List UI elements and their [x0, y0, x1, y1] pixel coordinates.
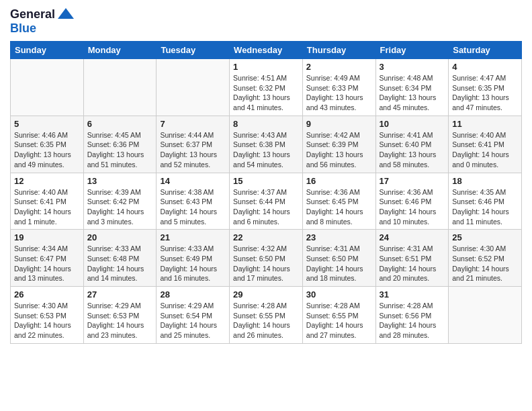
day-number: 26	[14, 289, 80, 300]
logo-general-text: General	[10, 7, 55, 21]
day-info: Sunrise: 4:28 AM Sunset: 6:56 PM Dayligh…	[380, 301, 445, 340]
calendar-cell: 25Sunrise: 4:30 AM Sunset: 6:52 PM Dayli…	[449, 230, 522, 287]
day-info: Sunrise: 4:43 AM Sunset: 6:38 PM Dayligh…	[233, 130, 299, 170]
day-number: 23	[306, 232, 372, 242]
calendar-cell: 5Sunrise: 4:46 AM Sunset: 6:35 PM Daylig…	[11, 116, 84, 173]
calendar-cell: 3Sunrise: 4:48 AM Sunset: 6:34 PM Daylig…	[375, 59, 449, 116]
day-info: Sunrise: 4:48 AM Sunset: 6:34 PM Dayligh…	[380, 73, 445, 113]
day-number: 8	[233, 119, 299, 129]
day-info: Sunrise: 4:28 AM Sunset: 6:55 PM Dayligh…	[233, 301, 299, 340]
weekday-header-tuesday: Tuesday	[157, 42, 230, 59]
day-number: 20	[87, 232, 153, 242]
day-number: 5	[14, 119, 80, 129]
day-number: 12	[14, 176, 80, 186]
weekday-header-row: SundayMondayTuesdayWednesdayThursdayFrid…	[11, 42, 522, 59]
day-number: 9	[306, 119, 372, 129]
day-info: Sunrise: 4:47 AM Sunset: 6:35 PM Dayligh…	[452, 73, 518, 113]
day-info: Sunrise: 4:35 AM Sunset: 6:46 PM Dayligh…	[452, 187, 518, 227]
calendar-cell: 31Sunrise: 4:28 AM Sunset: 6:56 PM Dayli…	[375, 287, 449, 344]
day-number: 27	[87, 289, 153, 300]
day-info: Sunrise: 4:31 AM Sunset: 6:51 PM Dayligh…	[380, 244, 445, 283]
day-number: 13	[87, 176, 153, 186]
calendar-cell: 10Sunrise: 4:41 AM Sunset: 6:40 PM Dayli…	[375, 116, 449, 173]
day-number: 11	[452, 119, 518, 129]
calendar-cell	[157, 59, 230, 116]
day-number: 10	[380, 119, 445, 129]
day-info: Sunrise: 4:33 AM Sunset: 6:49 PM Dayligh…	[160, 244, 226, 283]
logo-blue-text: Blue	[10, 21, 36, 35]
calendar-cell: 21Sunrise: 4:33 AM Sunset: 6:49 PM Dayli…	[157, 230, 230, 287]
calendar-cell: 8Sunrise: 4:43 AM Sunset: 6:38 PM Daylig…	[230, 116, 303, 173]
day-info: Sunrise: 4:38 AM Sunset: 6:43 PM Dayligh…	[160, 187, 226, 227]
day-info: Sunrise: 4:30 AM Sunset: 6:52 PM Dayligh…	[452, 244, 518, 283]
week-row-2: 5Sunrise: 4:46 AM Sunset: 6:35 PM Daylig…	[11, 116, 522, 173]
day-info: Sunrise: 4:28 AM Sunset: 6:55 PM Dayligh…	[306, 301, 372, 340]
day-number: 31	[380, 289, 445, 300]
calendar-cell: 23Sunrise: 4:31 AM Sunset: 6:50 PM Dayli…	[302, 230, 375, 287]
weekday-header-saturday: Saturday	[449, 42, 522, 59]
day-info: Sunrise: 4:42 AM Sunset: 6:39 PM Dayligh…	[306, 130, 372, 170]
day-number: 14	[160, 176, 226, 186]
calendar-cell: 19Sunrise: 4:34 AM Sunset: 6:47 PM Dayli…	[11, 230, 84, 287]
calendar-cell	[449, 287, 522, 344]
week-row-3: 12Sunrise: 4:40 AM Sunset: 6:41 PM Dayli…	[11, 173, 522, 230]
calendar-cell: 6Sunrise: 4:45 AM Sunset: 6:36 PM Daylig…	[83, 116, 157, 173]
calendar-cell	[11, 59, 84, 116]
calendar-cell: 15Sunrise: 4:37 AM Sunset: 6:44 PM Dayli…	[230, 173, 303, 230]
calendar-table: SundayMondayTuesdayWednesdayThursdayFrid…	[10, 41, 522, 344]
day-number: 29	[233, 289, 299, 300]
day-info: Sunrise: 4:29 AM Sunset: 6:53 PM Dayligh…	[87, 301, 153, 340]
calendar-cell: 7Sunrise: 4:44 AM Sunset: 6:37 PM Daylig…	[157, 116, 230, 173]
calendar-cell: 2Sunrise: 4:49 AM Sunset: 6:33 PM Daylig…	[302, 59, 375, 116]
day-number: 19	[14, 232, 80, 242]
day-number: 4	[452, 62, 518, 72]
weekday-header-monday: Monday	[83, 42, 157, 59]
calendar-cell: 18Sunrise: 4:35 AM Sunset: 6:46 PM Dayli…	[449, 173, 522, 230]
calendar-cell	[83, 59, 157, 116]
day-info: Sunrise: 4:40 AM Sunset: 6:41 PM Dayligh…	[452, 130, 518, 170]
day-info: Sunrise: 4:46 AM Sunset: 6:35 PM Dayligh…	[14, 130, 80, 170]
week-row-5: 26Sunrise: 4:30 AM Sunset: 6:53 PM Dayli…	[11, 287, 522, 344]
day-info: Sunrise: 4:51 AM Sunset: 6:32 PM Dayligh…	[233, 73, 299, 113]
calendar-cell: 4Sunrise: 4:47 AM Sunset: 6:35 PM Daylig…	[449, 59, 522, 116]
day-number: 24	[380, 232, 445, 242]
calendar-cell: 9Sunrise: 4:42 AM Sunset: 6:39 PM Daylig…	[302, 116, 375, 173]
calendar-cell: 24Sunrise: 4:31 AM Sunset: 6:51 PM Dayli…	[375, 230, 449, 287]
calendar-cell: 12Sunrise: 4:40 AM Sunset: 6:41 PM Dayli…	[11, 173, 84, 230]
calendar-cell: 26Sunrise: 4:30 AM Sunset: 6:53 PM Dayli…	[11, 287, 84, 344]
day-info: Sunrise: 4:39 AM Sunset: 6:42 PM Dayligh…	[87, 187, 153, 227]
day-number: 18	[452, 176, 518, 186]
day-info: Sunrise: 4:44 AM Sunset: 6:37 PM Dayligh…	[160, 130, 226, 170]
svg-marker-0	[58, 8, 74, 19]
day-number: 15	[233, 176, 299, 186]
calendar-cell: 27Sunrise: 4:29 AM Sunset: 6:53 PM Dayli…	[83, 287, 157, 344]
weekday-header-wednesday: Wednesday	[230, 42, 303, 59]
day-info: Sunrise: 4:36 AM Sunset: 6:46 PM Dayligh…	[380, 187, 445, 227]
day-info: Sunrise: 4:37 AM Sunset: 6:44 PM Dayligh…	[233, 187, 299, 227]
day-info: Sunrise: 4:49 AM Sunset: 6:33 PM Dayligh…	[306, 73, 372, 113]
calendar-cell: 28Sunrise: 4:29 AM Sunset: 6:54 PM Dayli…	[157, 287, 230, 344]
page-container: General Blue SundayMondayTuesdayWednesda…	[0, 0, 532, 354]
day-info: Sunrise: 4:34 AM Sunset: 6:47 PM Dayligh…	[14, 244, 80, 283]
logo: General Blue	[10, 7, 75, 36]
day-info: Sunrise: 4:31 AM Sunset: 6:50 PM Dayligh…	[306, 244, 372, 283]
day-number: 7	[160, 119, 226, 129]
calendar-cell: 14Sunrise: 4:38 AM Sunset: 6:43 PM Dayli…	[157, 173, 230, 230]
day-number: 21	[160, 232, 226, 242]
day-info: Sunrise: 4:32 AM Sunset: 6:50 PM Dayligh…	[233, 244, 299, 283]
page-header: General Blue	[10, 7, 522, 36]
day-number: 3	[380, 62, 445, 72]
day-number: 16	[306, 176, 372, 186]
weekday-header-thursday: Thursday	[302, 42, 375, 59]
week-row-4: 19Sunrise: 4:34 AM Sunset: 6:47 PM Dayli…	[11, 230, 522, 287]
day-number: 28	[160, 289, 226, 300]
weekday-header-friday: Friday	[375, 42, 449, 59]
logo-icon	[56, 7, 75, 21]
day-info: Sunrise: 4:33 AM Sunset: 6:48 PM Dayligh…	[87, 244, 153, 283]
calendar-cell: 17Sunrise: 4:36 AM Sunset: 6:46 PM Dayli…	[375, 173, 449, 230]
day-number: 30	[306, 289, 372, 300]
day-info: Sunrise: 4:29 AM Sunset: 6:54 PM Dayligh…	[160, 301, 226, 340]
calendar-cell: 20Sunrise: 4:33 AM Sunset: 6:48 PM Dayli…	[83, 230, 157, 287]
day-number: 17	[380, 176, 445, 186]
day-info: Sunrise: 4:45 AM Sunset: 6:36 PM Dayligh…	[87, 130, 153, 170]
